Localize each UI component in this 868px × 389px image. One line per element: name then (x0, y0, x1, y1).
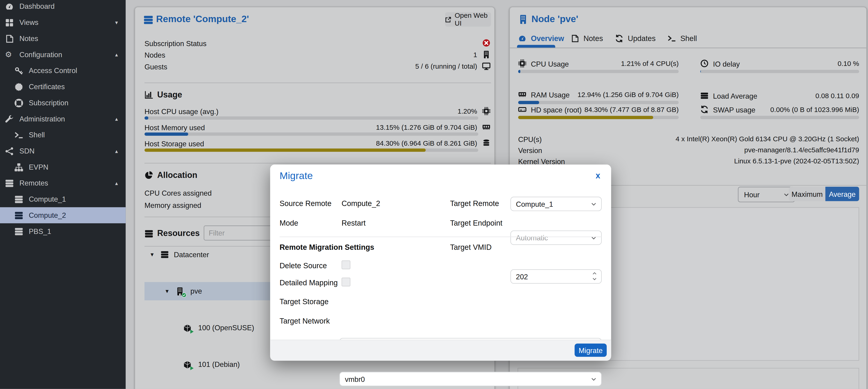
bar-chart-icon (145, 90, 153, 99)
sidebar-item-pbs-1[interactable]: PBS_1 (0, 223, 126, 240)
mode-label: Mode (280, 219, 298, 227)
sidebar-item-shell[interactable]: Shell (0, 127, 126, 143)
node-icon (518, 15, 528, 24)
host-storage-value: 84.30% (6.964 GiB of 8.261 GiB) (311, 140, 477, 147)
version-value: pve-manager/8.1.4/ec5affc9e41f1d79 (620, 146, 859, 154)
vmid-spinner[interactable] (592, 271, 597, 282)
chevron-down-icon (591, 376, 596, 382)
running-icon (189, 365, 194, 370)
maximum-button[interactable]: Maximum (789, 187, 826, 201)
close-icon[interactable]: x (596, 171, 600, 180)
sidebar-item-evpn[interactable]: EVPN (0, 159, 126, 175)
chevron-down-icon (591, 201, 596, 207)
tab-notes[interactable]: Notes (571, 34, 603, 43)
detailed-mapping-checkbox[interactable] (341, 278, 350, 286)
host-memory-value: 13.15% (1.276 GiB of 9.704 GiB) (311, 123, 477, 131)
network-icon (5, 146, 14, 155)
tree-label: 100 (OpenSUSE) (198, 324, 254, 332)
gauge-icon (5, 2, 14, 10)
subscription-error-icon (482, 39, 490, 47)
sidebar-item-views[interactable]: Views▾ (0, 15, 126, 31)
sidebar-item-configuration[interactable]: ⚙Configuration▴ (0, 47, 126, 63)
sidebar-item-notes[interactable]: Notes (0, 30, 126, 47)
chevron-down-icon[interactable]: ▾ (115, 19, 118, 25)
sidebar-item-administration[interactable]: Administration▴ (0, 111, 126, 127)
sidebar-item-remotes[interactable]: Remotes▴ (0, 175, 126, 191)
cpu-icon (518, 59, 526, 67)
detailed-mapping-label: Detailed Mapping (280, 279, 338, 287)
server-icon (14, 195, 23, 203)
host-cpu-value: 1.20% (311, 107, 477, 115)
sidebar-item-label: Views (19, 18, 38, 27)
target-network-select[interactable]: vmbr0 (339, 372, 602, 386)
sidebar-item-sdn[interactable]: SDN▴ (0, 143, 126, 159)
migrate-button-label: Migrate (579, 346, 602, 354)
tab-updates[interactable]: Updates (615, 34, 655, 43)
delete-source-checkbox[interactable] (341, 260, 350, 269)
target-endpoint-label: Target Endpoint (450, 219, 502, 227)
tree-label: pve (190, 287, 202, 295)
ram-usage-value: 12.94% (1.256 GiB of 9.704 GiB) (575, 91, 679, 99)
caret-down-icon[interactable]: ▾ (165, 287, 172, 295)
sidebar-item-compute-2[interactable]: Compute_2 (0, 207, 126, 223)
divider (145, 83, 491, 83)
chevron-down-icon (591, 234, 596, 241)
target-remote-label: Target Remote (450, 200, 499, 208)
allocation-section-title: Allocation (157, 170, 197, 179)
migrate-button[interactable]: Migrate (575, 343, 607, 357)
target-vmid-input[interactable]: 202 (510, 269, 602, 284)
io-delay-label: IO delay (713, 60, 740, 68)
target-endpoint-select[interactable]: Automatic (510, 230, 602, 245)
spinner-down-icon[interactable] (592, 277, 597, 282)
usage-section-title: Usage (157, 90, 182, 99)
pie-chart-icon (145, 171, 153, 179)
sitemap-icon (14, 163, 23, 171)
ram-usage-label: RAM Usage (531, 91, 569, 99)
node-title: Node 'pve' (531, 14, 578, 25)
mode-value: Restart (341, 219, 366, 227)
average-button[interactable]: Average (826, 187, 859, 201)
caret-down-icon[interactable]: ▾ (151, 251, 157, 258)
subscription-status-label: Subscription Status (145, 39, 207, 48)
sidebar-item-certificates[interactable]: Certificates (0, 79, 126, 95)
cpus-value: 4 x Intel(R) Xeon(R) Gold 6134 CPU @ 3.2… (620, 135, 859, 143)
nodes-value: 1 (367, 51, 477, 59)
dialog-footer: Migrate (270, 340, 611, 361)
sidebar-item-subscription[interactable]: Subscription (0, 95, 126, 111)
chevron-up-icon[interactable]: ▴ (115, 180, 118, 186)
average-label: Average (829, 190, 856, 198)
guests-value: 5 / 6 (running / total) (367, 63, 477, 71)
memory-icon (518, 90, 526, 99)
target-network-label: Target Network (280, 317, 330, 325)
sidebar-item-label: Compute_2 (29, 211, 66, 219)
open-web-ui-button[interactable]: Open Web UI (445, 12, 491, 27)
refresh-icon (615, 34, 623, 43)
chevron-up-icon[interactable]: ▴ (115, 116, 118, 122)
target-vmid-label: Target VMID (450, 243, 492, 251)
sidebar-item-label: Administration (19, 115, 65, 123)
tab-overview[interactable]: Overview (518, 34, 564, 43)
clock-icon (700, 59, 708, 67)
divider (280, 237, 601, 237)
target-remote-select[interactable]: Compute_1 (510, 197, 602, 211)
tree-label: 101 (Debian) (198, 360, 240, 368)
hd-space-label: HD space (root) (531, 106, 582, 114)
sidebar-item-compute-1[interactable]: Compute_1 (0, 191, 126, 207)
tab-label: Shell (680, 34, 697, 43)
host-cpu-label: Host CPU usage (avg.) (145, 107, 218, 116)
tab-label: Notes (583, 34, 603, 43)
sidebar-item-access-control[interactable]: Access Control (0, 63, 126, 79)
sidebar-item-label: Access Control (29, 66, 77, 75)
tab-shell[interactable]: Shell (668, 34, 697, 43)
spinner-up-icon[interactable] (592, 271, 597, 276)
chevron-up-icon[interactable]: ▴ (115, 148, 118, 154)
chevron-up-icon[interactable]: ▴ (115, 52, 118, 58)
terminal-icon (14, 131, 23, 139)
server-icon (5, 178, 14, 187)
source-remote-value: Compute_2 (341, 200, 380, 208)
certificate-icon (14, 82, 23, 91)
swap-usage-progress (700, 116, 859, 119)
cpu-usage-progress (518, 70, 679, 73)
time-range-select[interactable]: Hour (738, 187, 795, 202)
sidebar-item-dashboard[interactable]: Dashboard (0, 0, 126, 15)
